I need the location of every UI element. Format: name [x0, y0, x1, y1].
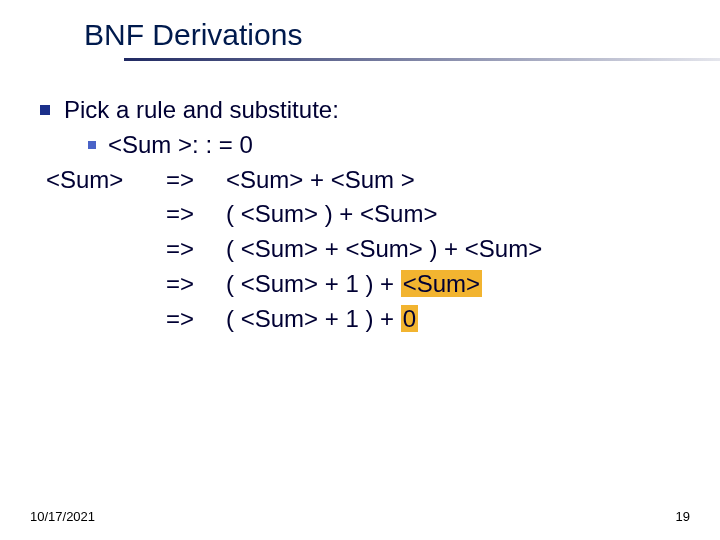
lead-in-text: Pick a rule and substitute: — [64, 93, 339, 128]
derivation-rhs: ( <Sum> + <Sum> ) + <Sum> — [226, 232, 680, 267]
arrow-icon: => — [166, 197, 226, 232]
derivation-rhs: ( <Sum> ) + <Sum> — [226, 197, 680, 232]
rule-text: <Sum >: : = 0 — [108, 128, 253, 163]
derivation-line: <Sum> => <Sum> + <Sum > — [46, 163, 680, 198]
derivation-rhs: <Sum> + <Sum > — [226, 163, 680, 198]
derivation-text: ( <Sum> + 1 ) + — [226, 270, 401, 297]
derivation-line: => ( <Sum> + 1 ) + 0 — [46, 302, 680, 337]
arrow-icon: => — [166, 267, 226, 302]
slide-footer: 10/17/2021 19 — [30, 509, 690, 524]
footer-page-number: 19 — [676, 509, 690, 524]
highlight: 0 — [401, 305, 418, 332]
derivation-line: => ( <Sum> ) + <Sum> — [46, 197, 680, 232]
slide-body: Pick a rule and substitute: <Sum >: : = … — [0, 67, 720, 337]
derivation-start: <Sum> — [46, 163, 166, 198]
page-title: BNF Derivations — [84, 18, 720, 52]
title-divider — [124, 58, 720, 61]
derivation-rhs: ( <Sum> + 1 ) + 0 — [226, 302, 680, 337]
derivation-line: => ( <Sum> + <Sum> ) + <Sum> — [46, 232, 680, 267]
lead-bullet-row: Pick a rule and substitute: — [40, 93, 680, 128]
derivation-line: => ( <Sum> + 1 ) + <Sum> — [46, 267, 680, 302]
derivation-text: ( <Sum> + 1 ) + — [226, 305, 401, 332]
derivation-rhs: ( <Sum> + 1 ) + <Sum> — [226, 267, 680, 302]
footer-date: 10/17/2021 — [30, 509, 95, 524]
highlight: <Sum> — [401, 270, 482, 297]
arrow-icon: => — [166, 232, 226, 267]
arrow-icon: => — [166, 163, 226, 198]
derivation-block: <Sum> => <Sum> + <Sum > => ( <Sum> ) + <… — [40, 163, 680, 337]
square-bullet-icon — [40, 105, 50, 115]
arrow-icon: => — [166, 302, 226, 337]
square-bullet-icon — [88, 141, 96, 149]
rule-bullet-row: <Sum >: : = 0 — [40, 128, 680, 163]
